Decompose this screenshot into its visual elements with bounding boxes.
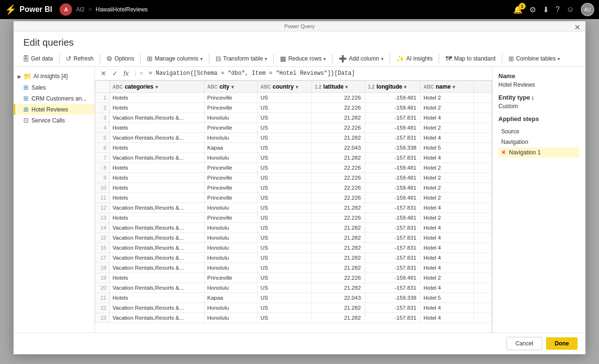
sidebar-group-ai-insights[interactable]: ▶ 📁 AI insights [4] (14, 71, 94, 82)
cell-country: US (258, 103, 312, 113)
filter-country[interactable]: ▾ (296, 84, 298, 90)
cell-city: Honolulu (204, 243, 258, 253)
get-data-button[interactable]: 🗄 Get data (19, 53, 57, 64)
sidebar-item-service-calls[interactable]: ⊡ Service Calls (14, 115, 94, 126)
table-row: 21 Hotels Kapaa US 22.043 -159.338 Hotel… (95, 293, 492, 303)
cell-city: Princeville (204, 103, 258, 113)
cell-categories: Hotels (110, 213, 205, 223)
row-number: 20 (95, 283, 110, 293)
row-number: 11 (95, 193, 110, 203)
table-row: 11 Hotels Princeville US 22.226 -159.481… (95, 193, 492, 203)
col-header-latitude: 1.2 latitude ▾ (311, 81, 365, 93)
step-navigation-1[interactable]: ✕ Navigation 1 (498, 147, 579, 158)
row-number: 13 (95, 213, 110, 223)
cell-latitude: 22.226 (311, 213, 365, 223)
help-icon[interactable]: ? (556, 5, 560, 14)
center-area: ✕ ✓ fx | = (95, 67, 492, 333)
combine-tables-button[interactable]: ⊞ Combine tables ▾ (505, 53, 564, 64)
cell-categories: Vacation Rentals,Resorts &... (110, 263, 205, 273)
prop-name-label: Name (498, 72, 579, 80)
row-number: 2 (95, 103, 110, 113)
cell-city: Honolulu (204, 283, 258, 293)
cell-categories: Hotels (110, 293, 205, 303)
refresh-button[interactable]: ↺ Refresh (62, 53, 97, 64)
smiley-icon[interactable]: ☺ (567, 5, 574, 14)
table-row: 2 Hotels Princeville US 22.226 -159.481 … (95, 103, 492, 113)
cell-categories: Vacation Rentals,Resorts &... (110, 133, 205, 143)
toolbar-separator-3 (140, 54, 141, 63)
filter-city[interactable]: ▾ (231, 84, 234, 90)
formula-input[interactable] (147, 69, 488, 78)
table-row: 4 Hotels Princeville US 22.226 -159.481 … (95, 123, 492, 133)
cell-extra (474, 183, 491, 193)
notification-icon[interactable]: 🔔 1 (513, 5, 523, 14)
cell-city: Honolulu (204, 313, 258, 323)
filter-longitude[interactable]: ▾ (404, 84, 406, 90)
settings-icon[interactable]: ⚙ (529, 5, 536, 14)
cell-latitude: 21.282 (311, 253, 365, 263)
row-number: 6 (95, 143, 110, 153)
done-button[interactable]: Done (546, 337, 578, 350)
reduce-rows-button[interactable]: ▦ Reduce rows ▾ (276, 53, 330, 64)
col-header-extra (474, 81, 491, 93)
cell-categories: Hotels (110, 273, 205, 283)
row-number: 19 (95, 273, 110, 283)
formula-confirm-button[interactable]: ✓ (110, 69, 120, 78)
cell-country: US (258, 143, 312, 153)
sidebar-item-crm[interactable]: ⊞ CRM Customers an... (14, 93, 94, 104)
ai2-label: AI2 (76, 6, 84, 13)
table-row: 23 Vacation Rentals,Resorts &... Honolul… (95, 313, 492, 323)
toolbar-separator-4 (209, 54, 209, 63)
combine-tables-icon: ⊞ (508, 55, 514, 62)
topbar-icons: 🔔 1 ⚙ ⬇ ? ☺ AU (513, 3, 594, 16)
data-table-container[interactable]: ABC categories ▾ ABC city ▾ (95, 81, 492, 333)
table-row: 5 Vacation Rentals,Resorts &... Honolulu… (95, 133, 492, 143)
sidebar-item-sales[interactable]: ⊞ Sales (14, 82, 94, 93)
modal-header-bar: Power Query ✕ (14, 21, 585, 31)
sidebar-item-hotel-reviews[interactable]: ⊞ Hotel Reviews (14, 104, 94, 115)
cell-name: Hotel 5 (421, 143, 474, 153)
cell-name: Hotel 2 (421, 173, 474, 183)
table-row: 12 Vacation Rentals,Resorts &... Honolul… (95, 203, 492, 213)
step-navigation[interactable]: Navigation (498, 137, 579, 147)
download-icon[interactable]: ⬇ (543, 5, 549, 14)
cell-city: Princeville (204, 163, 258, 173)
cell-country: US (258, 233, 312, 243)
cancel-button[interactable]: Cancel (506, 337, 542, 350)
toolbar-separator (59, 54, 60, 63)
cell-name: Hotel 2 (421, 193, 474, 203)
options-button[interactable]: ⚙ Options (103, 53, 138, 64)
sidebar-item-hotel-reviews-label: Hotel Reviews (31, 106, 68, 113)
ai-insights-button[interactable]: ✨ AI insights (392, 53, 436, 64)
toolbar-separator-9 (502, 54, 502, 63)
cell-city: Honolulu (204, 223, 258, 233)
manage-columns-icon: ⊞ (147, 55, 153, 62)
row-number: 22 (95, 303, 110, 313)
map-to-standard-button[interactable]: 🗺 Map to standard (442, 53, 499, 64)
row-number: 10 (95, 183, 110, 193)
reduce-rows-icon: ▦ (280, 55, 286, 62)
filter-name[interactable]: ▾ (453, 84, 455, 90)
cell-longitude: -159.481 (365, 183, 421, 193)
cell-latitude: 22.226 (311, 273, 365, 283)
delete-step-icon[interactable]: ✕ (501, 149, 506, 156)
manage-columns-button[interactable]: ⊞ Manage columns ▾ (143, 53, 206, 64)
sidebar-item-service-calls-label: Service Calls (31, 117, 65, 124)
breadcrumb-item[interactable]: HawaiiHotelReviews (96, 6, 148, 13)
transform-table-button[interactable]: ⊟ Transform table ▾ (212, 53, 271, 64)
cell-extra (474, 113, 491, 123)
step-source[interactable]: Source (498, 126, 579, 137)
cell-country: US (258, 223, 312, 233)
cell-categories: Hotels (110, 103, 205, 113)
modal-close-button[interactable]: ✕ (574, 23, 580, 32)
filter-latitude[interactable]: ▾ (345, 84, 348, 90)
formula-cancel-button[interactable]: ✕ (99, 69, 108, 78)
cell-longitude: -157.831 (365, 253, 421, 263)
add-column-button[interactable]: ➕ Add column ▾ (335, 53, 387, 64)
filter-categories[interactable]: ▾ (155, 84, 158, 90)
cell-extra (474, 213, 491, 223)
formula-fx-button[interactable]: fx (122, 69, 131, 78)
cell-longitude: -159.338 (365, 143, 421, 153)
cell-name: Hotel 2 (421, 163, 474, 173)
user-profile-avatar[interactable]: AU (581, 3, 594, 16)
